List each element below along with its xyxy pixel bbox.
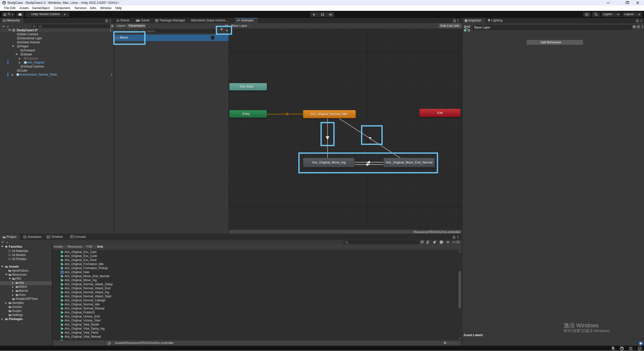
- svg-text:?: ?: [633, 25, 635, 28]
